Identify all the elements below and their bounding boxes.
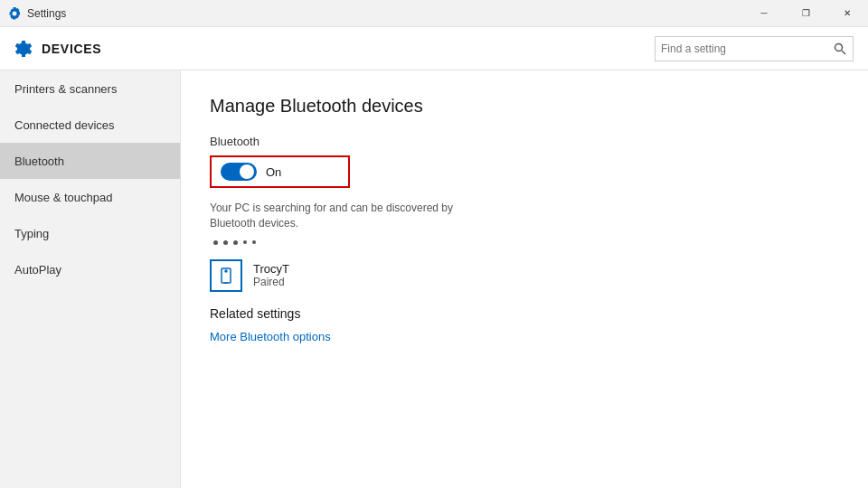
app-header: DEVICES xyxy=(0,27,868,70)
titlebar-title: Settings xyxy=(27,7,66,20)
sidebar-item-autoplay[interactable]: AutoPlay xyxy=(0,251,180,287)
restore-button[interactable]: ❐ xyxy=(785,0,826,27)
titlebar-left: Settings xyxy=(7,6,66,21)
bluetooth-toggle[interactable] xyxy=(221,163,257,181)
related-settings-title: Related settings xyxy=(210,306,839,321)
sidebar-item-connected[interactable]: Connected devices xyxy=(0,107,180,143)
sidebar-item-printers[interactable]: Printers & scanners xyxy=(0,70,180,107)
searching-dots xyxy=(210,240,839,245)
bluetooth-toggle-container[interactable]: On xyxy=(210,155,350,188)
search-box[interactable] xyxy=(655,36,854,61)
svg-point-4 xyxy=(225,270,227,272)
searching-text: Your PC is searching for and can be disc… xyxy=(210,201,454,231)
device-item[interactable]: TrocyT Paired xyxy=(210,259,839,292)
bluetooth-label: Bluetooth xyxy=(210,135,839,148)
header-title: DEVICES xyxy=(42,42,101,56)
app-body: Printers & scanners Connected devices Bl… xyxy=(0,70,868,488)
section-title: Manage Bluetooth devices xyxy=(210,96,839,117)
sidebar-item-mouse[interactable]: Mouse & touchpad xyxy=(0,179,180,215)
sidebar: Printers & scanners Connected devices Bl… xyxy=(0,70,181,488)
device-name: TrocyT xyxy=(253,262,289,276)
device-info: TrocyT Paired xyxy=(253,262,289,288)
svg-point-0 xyxy=(835,43,843,51)
gear-icon xyxy=(14,40,33,58)
settings-icon xyxy=(7,6,22,21)
device-icon xyxy=(210,259,242,292)
dot-1 xyxy=(213,240,218,245)
app-container: DEVICES Printers & scanners Connected de… xyxy=(0,27,868,488)
dot-5 xyxy=(252,240,256,244)
svg-line-1 xyxy=(842,51,845,54)
more-bluetooth-options-link[interactable]: More Bluetooth options xyxy=(210,330,331,343)
sidebar-item-bluetooth[interactable]: Bluetooth xyxy=(0,143,180,179)
dot-4 xyxy=(243,240,247,244)
sidebar-item-typing[interactable]: Typing xyxy=(0,215,180,251)
close-button[interactable]: ✕ xyxy=(826,0,868,27)
dot-2 xyxy=(223,240,228,245)
titlebar: Settings ─ ❐ ✕ xyxy=(0,0,868,27)
device-status: Paired xyxy=(253,276,289,288)
titlebar-controls: ─ ❐ ✕ xyxy=(743,0,868,27)
minimize-button[interactable]: ─ xyxy=(743,0,785,27)
main-content: Manage Bluetooth devices Bluetooth On Yo… xyxy=(181,70,868,488)
dot-3 xyxy=(233,240,238,245)
search-icon xyxy=(827,36,853,61)
toggle-state-label: On xyxy=(266,165,281,179)
app-header-left: DEVICES xyxy=(14,40,101,58)
search-input[interactable] xyxy=(656,42,827,55)
toggle-knob xyxy=(240,164,254,179)
